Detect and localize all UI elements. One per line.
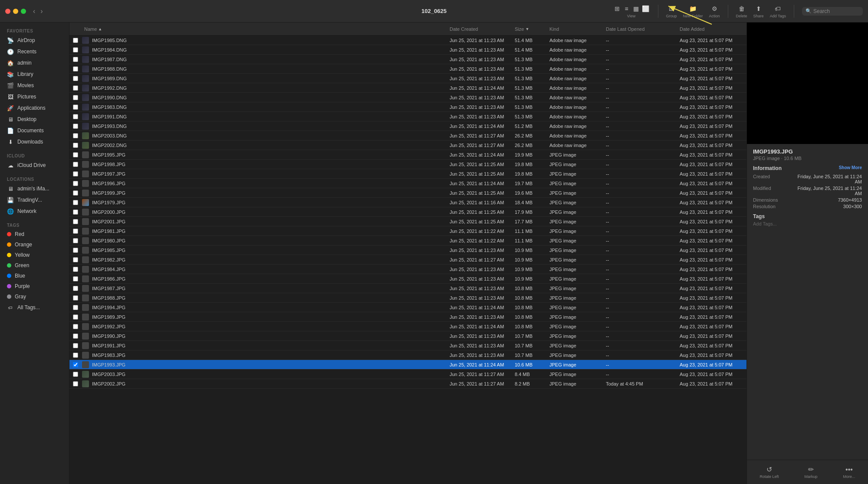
table-row[interactable]: IMGP1984.DNG Jun 25, 2021 at 11:23 AM 51…	[69, 45, 746, 55]
sidebar-item-documents[interactable]: 📄 Documents	[2, 125, 67, 136]
file-checkbox[interactable]	[69, 124, 82, 129]
table-row[interactable]: IMGP1986.JPG Jun 25, 2021 at 11:23 AM 10…	[69, 274, 746, 284]
add-tags-field[interactable]: Add Tags...	[753, 221, 862, 226]
sidebar-item-admins-imac[interactable]: 🖥 admin's iMa...	[2, 183, 67, 194]
delete-icon[interactable]: 🗑	[737, 4, 746, 13]
file-checkbox[interactable]	[69, 248, 82, 253]
checkbox-input[interactable]	[73, 248, 78, 253]
file-checkbox[interactable]	[69, 381, 82, 386]
file-checkbox[interactable]	[69, 66, 82, 72]
sidebar-item-downloads[interactable]: ⬇ Downloads	[2, 137, 67, 147]
checkbox-input[interactable]	[73, 47, 78, 52]
file-checkbox[interactable]	[69, 162, 82, 167]
action-icon[interactable]: ⚙	[710, 4, 719, 13]
markup-button[interactable]: ✏ Markup	[800, 464, 822, 481]
rotate-left-button[interactable]: ↺ Rotate Left	[755, 464, 783, 481]
checkbox-input[interactable]	[73, 314, 78, 320]
checkbox-input[interactable]	[73, 257, 78, 262]
show-more-button[interactable]: Show More	[839, 165, 862, 171]
table-row[interactable]: IMGP1989.JPG Jun 25, 2021 at 11:23 AM 10…	[69, 312, 746, 322]
checkbox-input[interactable]	[73, 353, 78, 358]
sidebar-item-applications[interactable]: 🚀 Applications	[2, 103, 67, 113]
file-checkbox[interactable]	[69, 143, 82, 148]
col-header-date-created[interactable]: Date Created	[447, 26, 512, 32]
checkbox-input[interactable]	[73, 229, 78, 234]
table-row[interactable]: IMGP2000.JPG Jun 25, 2021 at 11:25 AM 17…	[69, 207, 746, 217]
table-row[interactable]: IMGP1993.JPG Jun 25, 2021 at 11:24 AM 10…	[69, 360, 746, 370]
table-row[interactable]: IMGP1997.JPG Jun 25, 2021 at 11:25 AM 19…	[69, 169, 746, 179]
table-row[interactable]: IMGP2003.DNG Jun 25, 2021 at 11:27 AM 26…	[69, 131, 746, 141]
table-row[interactable]: IMGP1996.JPG Jun 25, 2021 at 11:24 AM 19…	[69, 179, 746, 188]
checkbox-input[interactable]	[73, 334, 78, 339]
table-row[interactable]: IMGP1987.DNG Jun 25, 2021 at 11:23 AM 51…	[69, 55, 746, 64]
file-checkbox[interactable]	[69, 295, 82, 301]
checkbox-input[interactable]	[73, 343, 78, 348]
checkbox-input[interactable]	[73, 171, 78, 177]
sidebar-item-tag-purple[interactable]: Purple	[2, 281, 67, 291]
col-header-name[interactable]: Name ▲	[82, 26, 447, 32]
checkbox-input[interactable]	[73, 381, 78, 386]
checkbox-input[interactable]	[73, 66, 78, 72]
col-header-date-added[interactable]: Date Added	[677, 26, 746, 32]
file-checkbox[interactable]	[69, 95, 82, 100]
file-checkbox[interactable]	[69, 353, 82, 358]
maximize-button[interactable]	[21, 9, 26, 14]
sidebar-item-tradingv[interactable]: 💾 TradingV...	[2, 195, 67, 205]
checkbox-input[interactable]	[73, 57, 78, 62]
icon-view-icon[interactable]: ⊞	[613, 4, 621, 13]
checkbox-input[interactable]	[73, 162, 78, 167]
sidebar-item-admin[interactable]: 🏠 admin	[2, 58, 67, 68]
checkbox-input[interactable]	[73, 324, 78, 329]
file-checkbox[interactable]	[69, 114, 82, 119]
file-checkbox[interactable]	[69, 362, 82, 367]
file-checkbox[interactable]	[69, 305, 82, 310]
checkbox-input[interactable]	[73, 295, 78, 301]
checkbox-input[interactable]	[73, 114, 78, 119]
table-row[interactable]: IMGP1989.DNG Jun 25, 2021 at 11:23 AM 51…	[69, 74, 746, 83]
file-checkbox[interactable]	[69, 324, 82, 329]
file-checkbox[interactable]	[69, 276, 82, 281]
table-row[interactable]: IMGP1985.JPG Jun 25, 2021 at 11:23 AM 10…	[69, 245, 746, 255]
checkbox-input[interactable]	[73, 286, 78, 291]
checkbox-input[interactable]	[73, 362, 78, 367]
table-row[interactable]: IMGP1988.JPG Jun 25, 2021 at 11:23 AM 10…	[69, 293, 746, 303]
table-row[interactable]: IMGP1979.JPG Jun 25, 2021 at 11:16 AM 18…	[69, 198, 746, 207]
table-row[interactable]: IMGP1981.JPG Jun 25, 2021 at 11:22 AM 11…	[69, 226, 746, 236]
checkbox-input[interactable]	[73, 190, 78, 196]
file-checkbox[interactable]	[69, 267, 82, 272]
table-row[interactable]: IMGP1993.DNG Jun 25, 2021 at 11:24 AM 51…	[69, 121, 746, 131]
file-checkbox[interactable]	[69, 181, 82, 186]
table-row[interactable]: IMGP1992.DNG Jun 25, 2021 at 11:24 AM 51…	[69, 83, 746, 93]
table-row[interactable]: IMGP1994.JPG Jun 25, 2021 at 11:24 AM 10…	[69, 303, 746, 312]
checkbox-input[interactable]	[73, 85, 78, 91]
col-header-size[interactable]: Size ▼	[512, 26, 547, 32]
sidebar-item-tag-blue[interactable]: Blue	[2, 271, 67, 281]
checkbox-input[interactable]	[73, 238, 78, 243]
checkbox-input[interactable]	[73, 76, 78, 81]
file-checkbox[interactable]	[69, 334, 82, 339]
sidebar-item-all-tags[interactable]: 🏷 All Tags...	[2, 302, 67, 313]
table-row[interactable]: IMGP1998.JPG Jun 25, 2021 at 11:25 AM 19…	[69, 160, 746, 169]
add-tags-icon[interactable]: 🏷	[773, 4, 782, 13]
checkbox-input[interactable]	[73, 181, 78, 186]
table-row[interactable]: IMGP2003.JPG Jun 25, 2021 at 11:27 AM 8.…	[69, 370, 746, 379]
col-header-kind[interactable]: Kind	[547, 26, 603, 32]
file-checkbox[interactable]	[69, 85, 82, 91]
sidebar-item-library[interactable]: 📚 Library	[2, 69, 67, 79]
file-checkbox[interactable]	[69, 47, 82, 52]
table-row[interactable]: IMGP2002.JPG Jun 25, 2021 at 11:27 AM 8.…	[69, 379, 746, 389]
checkbox-input[interactable]	[73, 219, 78, 224]
forward-button[interactable]: ›	[39, 7, 44, 16]
table-row[interactable]: IMGP1984.JPG Jun 25, 2021 at 11:23 AM 10…	[69, 265, 746, 274]
column-view-icon[interactable]: ▦	[632, 4, 641, 13]
col-header-date-last-opened[interactable]: Date Last Opened	[603, 26, 677, 32]
checkbox-input[interactable]	[73, 305, 78, 310]
sidebar-item-tag-green[interactable]: Green	[2, 261, 67, 270]
file-checkbox[interactable]	[69, 219, 82, 224]
file-checkbox[interactable]	[69, 38, 82, 43]
list-view-icon[interactable]: ≡	[622, 4, 631, 13]
table-row[interactable]: IMGP1980.JPG Jun 25, 2021 at 11:22 AM 11…	[69, 236, 746, 245]
gallery-view-icon[interactable]: ⬜	[641, 4, 650, 13]
table-row[interactable]: IMGP1999.JPG Jun 25, 2021 at 11:25 AM 19…	[69, 188, 746, 198]
sidebar-item-network[interactable]: 🌐 Network	[2, 206, 67, 216]
